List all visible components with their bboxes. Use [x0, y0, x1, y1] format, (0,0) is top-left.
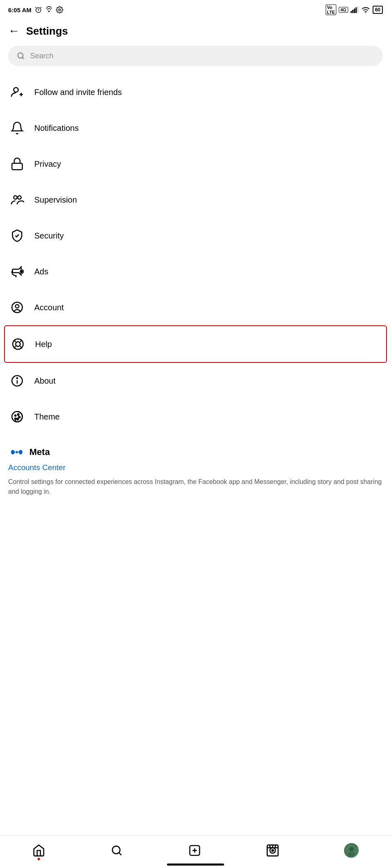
status-right: VoLTE 4G 60	[326, 4, 383, 15]
supervision-label: Supervision	[34, 195, 77, 205]
sidebar-item-help[interactable]: Help	[4, 325, 387, 363]
svg-point-34	[272, 850, 273, 851]
person-add-icon	[8, 83, 26, 101]
account-icon	[8, 298, 26, 316]
search-bar[interactable]: Search	[8, 46, 383, 66]
sidebar-item-account[interactable]: Account	[8, 289, 383, 325]
nfc-icon	[45, 6, 53, 13]
search-icon	[16, 51, 25, 60]
shield-check-icon	[8, 227, 26, 245]
sidebar-item-security[interactable]: Security	[8, 218, 383, 254]
megaphone-icon	[8, 263, 26, 280]
follow-invite-label: Follow and invite friends	[34, 88, 122, 97]
svg-rect-11	[12, 163, 22, 170]
nav-create[interactable]	[188, 844, 201, 857]
account-label: Account	[34, 303, 64, 312]
svg-rect-5	[354, 9, 355, 13]
search-container: Search	[0, 46, 391, 74]
status-bar: 6:05 AM VoLTE 4G	[0, 0, 391, 18]
meta-infinity-icon	[8, 447, 25, 457]
search-nav-icon	[110, 844, 123, 857]
svg-point-2	[59, 9, 61, 11]
nav-reels[interactable]	[266, 844, 279, 857]
4g-icon: 4G	[339, 7, 348, 13]
bell-icon	[8, 119, 26, 137]
sidebar-item-ads[interactable]: Ads	[8, 254, 383, 289]
svg-point-21	[17, 378, 18, 378]
sidebar-item-follow-invite[interactable]: Follow and invite friends	[8, 74, 383, 110]
nav-search[interactable]	[110, 844, 123, 857]
svg-point-10	[14, 88, 18, 92]
nav-home[interactable]	[32, 844, 45, 857]
svg-point-13	[18, 196, 21, 199]
meta-label: Meta	[29, 447, 50, 457]
ads-label: Ads	[34, 267, 48, 276]
svg-point-15	[12, 302, 22, 313]
sidebar-item-notifications[interactable]: Notifications	[8, 110, 383, 146]
svg-point-12	[14, 196, 18, 199]
svg-rect-3	[351, 11, 352, 13]
help-label: Help	[35, 340, 52, 349]
sidebar-item-theme[interactable]: Theme	[8, 399, 383, 435]
meta-section: Meta Accounts Center Control settings fo…	[0, 435, 391, 505]
nav-profile[interactable]	[344, 843, 359, 858]
svg-point-23	[15, 415, 16, 416]
svg-point-41	[348, 851, 355, 856]
svg-point-1	[49, 11, 49, 12]
sidebar-item-about[interactable]: About	[8, 363, 383, 399]
palette-icon	[8, 408, 26, 426]
wifi-icon	[361, 7, 370, 13]
back-button[interactable]: ←	[8, 24, 20, 38]
home-indicator	[167, 864, 224, 866]
svg-point-28	[113, 846, 120, 854]
meta-logo: Meta	[8, 447, 383, 457]
svg-point-9	[18, 53, 23, 58]
settings-list: Follow and invite friends Notifications …	[0, 74, 391, 435]
gear-icon	[56, 6, 63, 13]
about-label: About	[34, 376, 56, 386]
theme-label: Theme	[34, 412, 60, 422]
svg-point-16	[16, 305, 19, 308]
alarm-icon	[35, 6, 42, 13]
privacy-label: Privacy	[34, 159, 61, 169]
svg-point-40	[349, 847, 353, 851]
svg-rect-6	[355, 7, 357, 13]
signal-icon	[351, 7, 359, 13]
svg-point-18	[16, 342, 20, 346]
status-left: 6:05 AM	[8, 6, 63, 13]
help-icon	[9, 335, 27, 353]
security-label: Security	[34, 231, 64, 241]
meta-description: Control settings for connected experienc…	[8, 477, 383, 497]
sidebar-item-privacy[interactable]: Privacy	[8, 146, 383, 182]
svg-point-14	[20, 271, 22, 272]
svg-rect-7	[357, 7, 358, 13]
battery-indicator: 60	[373, 6, 383, 14]
search-input[interactable]: Search	[30, 52, 53, 60]
home-dot	[38, 858, 40, 860]
plus-square-icon	[188, 844, 201, 857]
info-icon	[8, 372, 26, 390]
lock-icon	[8, 155, 26, 173]
volte-icon: VoLTE	[326, 4, 336, 15]
header: ← Settings	[0, 18, 391, 46]
profile-avatar	[344, 843, 359, 858]
sidebar-item-supervision[interactable]: Supervision	[8, 182, 383, 218]
notifications-label: Notifications	[34, 124, 79, 133]
bottom-nav	[0, 835, 391, 868]
time-display: 6:05 AM	[8, 7, 31, 13]
home-icon	[32, 844, 45, 857]
svg-point-8	[365, 13, 366, 13]
reels-icon	[266, 844, 279, 857]
svg-rect-4	[352, 10, 353, 13]
accounts-center-link[interactable]: Accounts Center	[8, 463, 383, 472]
supervision-icon	[8, 191, 26, 209]
page-title: Settings	[26, 25, 68, 38]
